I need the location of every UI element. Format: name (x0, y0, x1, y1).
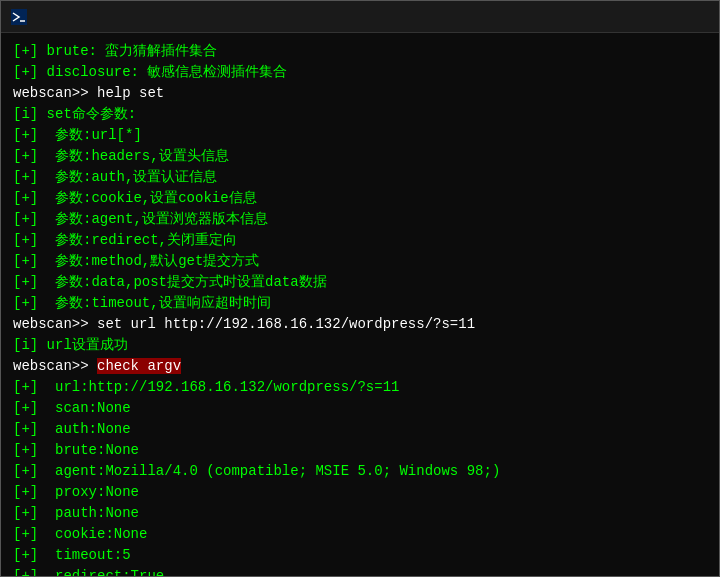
terminal-line: [+] timeout:5 (13, 545, 707, 566)
titlebar (1, 1, 719, 33)
terminal-line: [i] url设置成功 (13, 335, 707, 356)
terminal-line: webscan>> help set (13, 83, 707, 104)
terminal-line: [+] 参数:timeout,设置响应超时时间 (13, 293, 707, 314)
minimize-button[interactable] (573, 1, 619, 33)
terminal-line: [+] redirect:True (13, 566, 707, 576)
terminal-line: [+] 参数:data,post提交方式时设置data数据 (13, 272, 707, 293)
maximize-button[interactable] (619, 1, 665, 33)
terminal-line: [i] set命令参数: (13, 104, 707, 125)
app-icon (9, 7, 29, 27)
terminal-line: [+] disclosure: 敏感信息检测插件集合 (13, 62, 707, 83)
terminal-line: [+] scan:None (13, 398, 707, 419)
terminal-line: [+] 参数:redirect,关闭重定向 (13, 230, 707, 251)
terminal-line: [+] 参数:agent,设置浏览器版本信息 (13, 209, 707, 230)
terminal-output[interactable]: [+] brute: 蛮力猜解插件集合[+] disclosure: 敏感信息检… (1, 33, 719, 576)
terminal-line: [+] 参数:url[*] (13, 125, 707, 146)
terminal-line: [+] agent:Mozilla/4.0 (compatible; MSIE … (13, 461, 707, 482)
terminal-line: [+] 参数:method,默认get提交方式 (13, 251, 707, 272)
terminal-line: webscan>> check argv (13, 356, 707, 377)
terminal-line: [+] brute: 蛮力猜解插件集合 (13, 41, 707, 62)
terminal-line: [+] 参数:auth,设置认证信息 (13, 167, 707, 188)
terminal-line: [+] pauth:None (13, 503, 707, 524)
close-button[interactable] (665, 1, 711, 33)
terminal-line: [+] proxy:None (13, 482, 707, 503)
window-controls (573, 1, 711, 33)
terminal-line: [+] auth:None (13, 419, 707, 440)
terminal-line: [+] 参数:headers,设置头信息 (13, 146, 707, 167)
terminal-line: webscan>> set url http://192.168.16.132/… (13, 314, 707, 335)
terminal-line: [+] 参数:cookie,设置cookie信息 (13, 188, 707, 209)
terminal-line: [+] cookie:None (13, 524, 707, 545)
terminal-line: [+] brute:None (13, 440, 707, 461)
terminal-line: [+] url:http://192.168.16.132/wordpress/… (13, 377, 707, 398)
terminal-window: [+] brute: 蛮力猜解插件集合[+] disclosure: 敏感信息检… (0, 0, 720, 577)
